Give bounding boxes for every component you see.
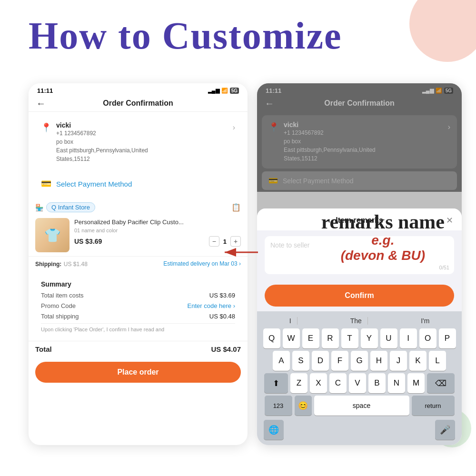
summary-value-2: US $0.48 (209, 313, 235, 320)
suggestion-the[interactable]: The (345, 317, 368, 325)
address-line3-left: States,15112 (56, 155, 148, 163)
product-info-left: Personalized Baby Pacifier Clip Custo...… (74, 218, 241, 252)
store-header-left: 🏪 Q Infant Store 📋 (29, 198, 248, 215)
key-z[interactable]: Z (290, 373, 307, 393)
summary-label-1: Promo Code (41, 302, 76, 309)
char-count: 0/51 (439, 265, 449, 270)
phone-right: 11:11 ▂▄▆ 📶 5G ← Order Confirmation 📍 vi… (257, 83, 462, 445)
summary-divider (41, 323, 235, 324)
terms-text-left: Upon clicking 'Place Order', I confirm I… (41, 327, 235, 332)
key-shift[interactable]: ⬆ (264, 373, 288, 393)
summary-row-1[interactable]: Promo Code Enter code here › (41, 302, 235, 309)
key-l[interactable]: L (429, 351, 446, 371)
qty-control-left: − 1 + (209, 236, 241, 247)
key-k[interactable]: K (409, 351, 426, 371)
product-price-left: US $3.69 (74, 238, 102, 245)
key-o[interactable]: O (419, 328, 436, 348)
network-icon-left: 5G (230, 88, 239, 94)
key-emoji[interactable]: 😊 (295, 396, 312, 416)
payment-row: 💳 Select Payment Method (41, 178, 235, 189)
key-row-bottom: 123 😊 space return (260, 396, 459, 416)
key-c[interactable]: C (329, 373, 347, 393)
location-icon-left: 📍 (41, 122, 51, 133)
note-icon-left[interactable]: 📋 (231, 203, 241, 212)
key-e[interactable]: E (302, 328, 319, 348)
total-row-left: Total US $4.07 (29, 341, 248, 357)
summary-title-left: Summary (41, 280, 235, 288)
phone-left: 11:11 ▂▄▆ 📶 5G ← Order Confirmation 📍 vi… (29, 83, 248, 445)
key-n[interactable]: N (388, 373, 405, 393)
back-button-left[interactable]: ← (36, 98, 46, 109)
qty-decrease-left[interactable]: − (209, 236, 219, 247)
key-r[interactable]: R (322, 328, 339, 348)
key-j[interactable]: J (390, 351, 407, 371)
key-g[interactable]: G (351, 351, 368, 371)
shipping-label-left: Shipping: (35, 261, 61, 268)
place-order-button[interactable]: Place order (35, 362, 241, 383)
shipping-delivery-left: Estimated delivery on Mar 03 › (163, 260, 241, 267)
key-i[interactable]: I (400, 328, 417, 348)
key-123[interactable]: 123 (265, 396, 292, 416)
summary-label-2: Total shipping (41, 313, 79, 320)
nav-title-left: Order Confirmation (103, 99, 173, 108)
product-image-inner: 👕 (35, 218, 69, 252)
keyboard-suggestions: I The I'm (260, 315, 459, 328)
key-s[interactable]: S (292, 351, 309, 371)
address-phone-left: +1 1234567892 (56, 129, 148, 138)
store-icon-left: 🏪 (35, 204, 43, 211)
key-row-3: ⬆ Z X C V B N M ⌫ (260, 373, 459, 393)
summary-label-0: Total item costs (41, 292, 84, 299)
status-icons-left: ▂▄▆ 📶 5G (208, 88, 239, 94)
page-title: How to Customize (29, 14, 342, 58)
summary-value-1: Enter code here › (188, 302, 235, 309)
payment-icon: 💳 (41, 178, 51, 189)
qty-increase-left[interactable]: + (230, 236, 241, 247)
shipping-row-left: Shipping: US $1.48 Estimated delivery on… (29, 256, 248, 272)
key-x[interactable]: X (310, 373, 327, 393)
key-m[interactable]: M (407, 373, 425, 393)
total-label-left: Total (35, 345, 52, 353)
total-value-left: US $4.07 (211, 345, 241, 353)
address-line1-left: po box (56, 138, 148, 146)
key-row-2: A S D F G H J K L (260, 351, 459, 371)
key-return[interactable]: return (412, 396, 455, 416)
key-b[interactable]: B (368, 373, 386, 393)
address-name-left: vicki (56, 121, 148, 129)
key-a[interactable]: A (273, 351, 290, 371)
modal-textarea-wrapper: Note to seller 0/51 (265, 236, 454, 274)
status-bar-left: 11:11 ▂▄▆ 📶 5G (29, 83, 248, 96)
note-placeholder: Note to seller (270, 241, 309, 249)
key-h[interactable]: H (370, 351, 387, 371)
payment-section-left[interactable]: 💳 Select Payment Method (34, 173, 242, 195)
key-y[interactable]: Y (361, 328, 378, 348)
key-f[interactable]: F (331, 351, 348, 371)
key-q[interactable]: Q (263, 328, 280, 348)
product-name-left: Personalized Baby Pacifier Clip Custo... (74, 218, 241, 227)
key-w[interactable]: W (283, 328, 300, 348)
key-delete[interactable]: ⌫ (427, 373, 455, 393)
key-d[interactable]: D (312, 351, 329, 371)
signal-icon-left: ▂▄▆ (208, 88, 219, 94)
item-remarks-modal: Item remarks ✕ Note to seller 0/51 Confi… (257, 208, 462, 445)
key-v[interactable]: V (349, 373, 366, 393)
address-line2-left: East pittsburgh,Pennsylvania,United (56, 146, 148, 155)
payment-text-left: Select Payment Method (56, 180, 132, 188)
confirm-button[interactable]: Confirm (265, 285, 454, 307)
key-t[interactable]: T (341, 328, 358, 348)
modal-close-button[interactable]: ✕ (442, 215, 453, 226)
suggestion-i[interactable]: I (284, 317, 298, 325)
suggestion-im[interactable]: I'm (415, 317, 435, 325)
product-variant-left: 01 name and color (74, 228, 241, 233)
key-space[interactable]: space (314, 396, 409, 416)
virtual-keyboard: I The I'm Q W E R T Y U I O P A S D (257, 311, 462, 445)
address-section-left: 📍 vicki +1 1234567892 po box East pittsb… (34, 116, 242, 169)
address-details: vicki +1 1234567892 po box East pittsbur… (56, 121, 148, 163)
store-badge-left[interactable]: Q Infant Store (46, 202, 95, 212)
modal-body: Note to seller 0/51 (257, 230, 462, 280)
key-u[interactable]: U (380, 328, 397, 348)
key-mic[interactable]: 🎤 (435, 420, 455, 440)
address-row: 📍 vicki +1 1234567892 po box East pittsb… (41, 121, 235, 163)
store-name-row: 🏪 Q Infant Store (35, 202, 95, 212)
key-globe[interactable]: 🌐 (264, 420, 284, 440)
key-p[interactable]: P (439, 328, 456, 348)
